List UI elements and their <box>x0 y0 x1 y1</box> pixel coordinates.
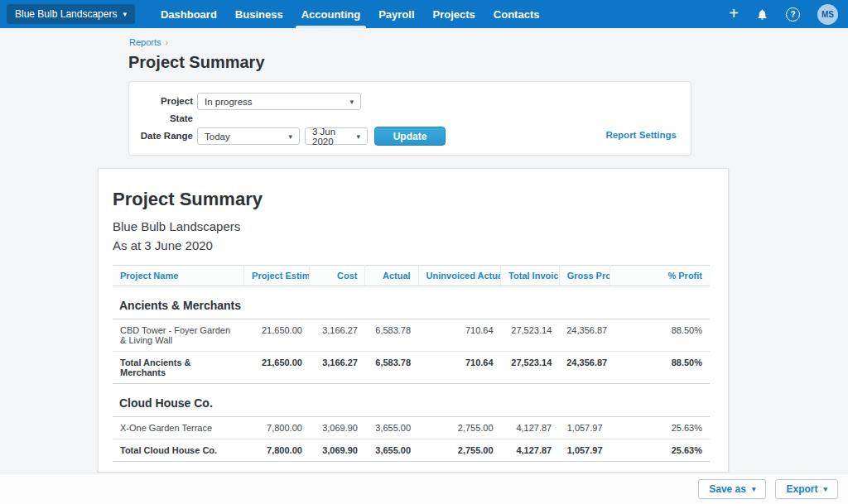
value-cell: 2,755.00 <box>418 439 500 462</box>
section-heading: One Plus <box>113 462 710 473</box>
nav-item-dashboard[interactable]: Dashboard <box>152 0 226 28</box>
table-row: CBD Tower - Foyer Garden & Living Wall21… <box>113 319 710 352</box>
avatar[interactable]: MS <box>817 4 838 25</box>
project-summary-table: Project NameProject EstimateCostActualUn… <box>113 265 710 473</box>
page-title: Project Summary <box>128 53 265 72</box>
value-cell: 21,650.00 <box>244 352 310 384</box>
date-select[interactable]: 3 Jun 2020 ▾ <box>305 127 368 145</box>
value-cell: 7,800.00 <box>244 439 310 462</box>
value-cell: 27,523.14 <box>501 352 560 384</box>
column-header: Cost <box>310 266 365 286</box>
notifications-bell-icon[interactable] <box>756 8 768 21</box>
section-total-row: Total Cloud House Co.7,800.003,069.903,6… <box>113 439 710 462</box>
value-cell: 24,356.87 <box>559 319 610 352</box>
chevron-down-icon: ▾ <box>752 485 756 493</box>
project-state-label: Project State <box>140 93 193 127</box>
nav-item-business[interactable]: Business <box>226 0 292 28</box>
value-cell: 21,650.00 <box>244 319 310 352</box>
section-heading-row: Ancients & Merchants <box>113 286 710 319</box>
report-settings-link[interactable]: Report Settings <box>605 130 677 140</box>
primary-nav: DashboardBusinessAccountingPayrollProjec… <box>152 0 549 28</box>
project-name-cell: CBD Tower - Foyer Garden & Living Wall <box>113 319 244 352</box>
value-cell: 6,583.78 <box>365 319 418 352</box>
project-name-cell: Total Ancients & Merchants <box>113 352 244 384</box>
export-button[interactable]: Export ▾ <box>775 479 838 499</box>
column-header: Gross Profit <box>559 266 610 286</box>
table-row: X-One Garden Terrace7,800.003,069.903,65… <box>113 417 710 439</box>
column-header: Actual <box>365 266 418 286</box>
save-as-label: Save as <box>709 483 746 495</box>
project-name-cell: X-One Garden Terrace <box>113 417 244 439</box>
value-cell: 25.63% <box>610 439 710 462</box>
value-cell: 88.50% <box>610 319 710 352</box>
filter-panel: Project State In progress ▾ Date Range T… <box>128 81 691 156</box>
save-as-button[interactable]: Save as ▾ <box>698 479 766 499</box>
column-header: Project Name <box>113 266 244 286</box>
section-heading-row: Cloud House Co. <box>113 384 710 417</box>
value-cell: 88.50% <box>610 352 710 384</box>
report-org-name: Blue Bulb Landscapers <box>113 219 710 233</box>
nav-item-contacts[interactable]: Contacts <box>484 0 549 28</box>
add-icon[interactable]: + <box>729 5 739 22</box>
nav-item-projects[interactable]: Projects <box>424 0 484 28</box>
project-state-select[interactable]: In progress ▾ <box>197 93 361 110</box>
value-cell: 3,655.00 <box>365 439 418 462</box>
export-label: Export <box>786 483 817 495</box>
chevron-down-icon: ▾ <box>288 132 292 141</box>
project-name-cell: Total Cloud House Co. <box>113 439 244 462</box>
table-section: Cloud House Co.X-One Garden Terrace7,800… <box>113 384 710 462</box>
section-heading: Ancients & Merchants <box>113 286 710 319</box>
column-header: Total Invoiced <box>501 266 560 286</box>
chevron-down-icon: ▾ <box>823 485 827 493</box>
chevron-down-icon: ▾ <box>349 98 354 106</box>
table-header-row: Project NameProject EstimateCostActualUn… <box>113 266 710 286</box>
value-cell: 6,583.78 <box>365 352 418 384</box>
value-cell: 7,800.00 <box>244 417 310 439</box>
value-cell: 4,127.87 <box>501 439 560 462</box>
date-range-value: Today <box>205 132 230 142</box>
value-cell: 1,057.97 <box>559 439 610 462</box>
column-header: % Profit <box>610 266 710 286</box>
update-button[interactable]: Update <box>374 127 446 146</box>
section-heading: Cloud House Co. <box>113 384 710 417</box>
value-cell: 25.63% <box>610 417 710 439</box>
column-header: Uninvoiced Actuals <box>418 266 500 286</box>
value-cell: 1,057.97 <box>559 417 610 439</box>
date-range-select[interactable]: Today ▾ <box>197 127 300 145</box>
table-section: One PlusGrowth Consulting25,000.004,892.… <box>113 462 710 473</box>
nav-utilities: + ? MS <box>729 4 848 25</box>
help-icon[interactable]: ? <box>786 7 800 22</box>
breadcrumb: Reports› <box>129 37 168 47</box>
chevron-down-icon: ▾ <box>356 132 360 141</box>
value-cell: 3,069.90 <box>310 439 365 462</box>
value-cell: 710.64 <box>418 319 500 352</box>
footer-bar: Save as ▾ Export ▾ <box>0 473 848 504</box>
nav-item-accounting[interactable]: Accounting <box>292 0 370 28</box>
value-cell: 3,166.27 <box>310 319 365 352</box>
value-cell: 24,356.87 <box>559 352 610 384</box>
value-cell: 710.64 <box>418 352 500 384</box>
breadcrumb-reports-link[interactable]: Reports <box>129 37 161 47</box>
value-cell: 3,069.90 <box>310 417 365 439</box>
report-card: Project Summary Blue Bulb Landscapers As… <box>98 168 729 473</box>
top-nav: Blue Bulb Landscapers ▾ DashboardBusines… <box>0 0 848 28</box>
section-heading-row: One Plus <box>113 462 710 473</box>
value-cell: 3,166.27 <box>310 352 365 384</box>
org-switcher-button[interactable]: Blue Bulb Landscapers ▾ <box>7 4 135 24</box>
report-as-at-date: As at 3 June 2020 <box>113 238 710 252</box>
value-cell: 27,523.14 <box>501 319 560 352</box>
value-cell: 4,127.87 <box>501 417 560 439</box>
project-state-value: In progress <box>205 97 253 107</box>
date-range-label: Date Range <box>140 127 193 145</box>
value-cell: 2,755.00 <box>418 417 500 439</box>
report-title: Project Summary <box>113 189 710 210</box>
date-value: 3 Jun 2020 <box>312 127 356 146</box>
table-section: Ancients & MerchantsCBD Tower - Foyer Ga… <box>113 286 710 384</box>
value-cell: 3,655.00 <box>365 417 418 439</box>
nav-item-payroll[interactable]: Payroll <box>369 0 423 28</box>
chevron-down-icon: ▾ <box>123 11 127 18</box>
org-name: Blue Bulb Landscapers <box>15 8 117 20</box>
breadcrumb-separator: › <box>166 38 168 47</box>
column-header: Project Estimate <box>244 266 310 286</box>
section-total-row: Total Ancients & Merchants21,650.003,166… <box>113 352 710 384</box>
